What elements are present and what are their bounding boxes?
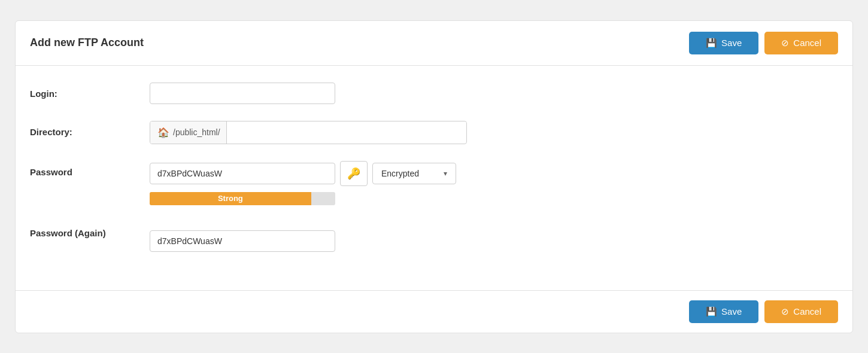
- header-cancel-label: Cancel: [793, 38, 821, 48]
- directory-field: 🏠 /public_html/: [150, 121, 467, 144]
- encrypted-label: Encrypted: [381, 169, 419, 178]
- strength-fill: Strong: [150, 192, 311, 205]
- password-label: Password: [30, 161, 150, 177]
- strength-bar-container: Strong: [150, 192, 838, 205]
- login-controls: [150, 83, 838, 104]
- password-input[interactable]: [150, 163, 335, 184]
- password-again-row: Password (Again): [30, 222, 838, 252]
- page-title: Add new FTP Account: [30, 36, 144, 49]
- footer-save-label: Save: [721, 306, 742, 317]
- form-body: Login: Directory: 🏠 /public_html/ Passwo…: [16, 66, 852, 290]
- login-row: Login:: [30, 83, 838, 104]
- home-icon: 🏠: [157, 127, 169, 138]
- directory-label: Directory:: [30, 121, 150, 137]
- password-again-controls: [150, 222, 838, 252]
- login-label: Login:: [30, 83, 150, 99]
- header-buttons: 💾 Save ⊘ Cancel: [689, 32, 838, 54]
- password-inline-controls: 🔑 Encrypted ▾: [150, 161, 838, 186]
- strength-label: Strong: [218, 194, 243, 203]
- directory-row: Directory: 🏠 /public_html/: [30, 121, 838, 144]
- password-controls: 🔑 Encrypted ▾ Strong: [150, 161, 838, 205]
- directory-prefix-text: /public_html/: [173, 127, 220, 137]
- footer-cancel-button[interactable]: ⊘ Cancel: [764, 300, 838, 323]
- directory-input[interactable]: [227, 122, 466, 142]
- header-save-label: Save: [721, 38, 742, 48]
- strength-bar: Strong: [150, 192, 335, 205]
- footer-save-icon: 💾: [706, 306, 717, 317]
- password-again-label: Password (Again): [30, 222, 150, 238]
- directory-prefix: 🏠 /public_html/: [150, 121, 227, 144]
- save-icon: 💾: [706, 38, 717, 48]
- login-input[interactable]: [150, 83, 335, 104]
- header-save-button[interactable]: 💾 Save: [689, 32, 758, 54]
- key-icon: 🔑: [347, 167, 360, 180]
- card-header: Add new FTP Account 💾 Save ⊘ Cancel: [16, 21, 852, 66]
- generate-password-button[interactable]: 🔑: [340, 161, 368, 186]
- header-cancel-button[interactable]: ⊘ Cancel: [764, 32, 838, 54]
- add-ftp-account-card: Add new FTP Account 💾 Save ⊘ Cancel Logi…: [15, 20, 853, 333]
- password-row: Password 🔑 Encrypted ▾ Str: [30, 161, 838, 205]
- directory-controls: 🏠 /public_html/: [150, 121, 838, 144]
- footer-save-button[interactable]: 💾 Save: [689, 300, 758, 323]
- password-again-input[interactable]: [150, 230, 335, 252]
- encryption-dropdown[interactable]: Encrypted ▾: [372, 163, 456, 184]
- chevron-down-icon: ▾: [444, 169, 447, 178]
- card-footer: 💾 Save ⊘ Cancel: [16, 290, 852, 333]
- footer-cancel-icon: ⊘: [781, 306, 789, 317]
- cancel-icon: ⊘: [781, 38, 789, 48]
- footer-cancel-label: Cancel: [793, 306, 821, 317]
